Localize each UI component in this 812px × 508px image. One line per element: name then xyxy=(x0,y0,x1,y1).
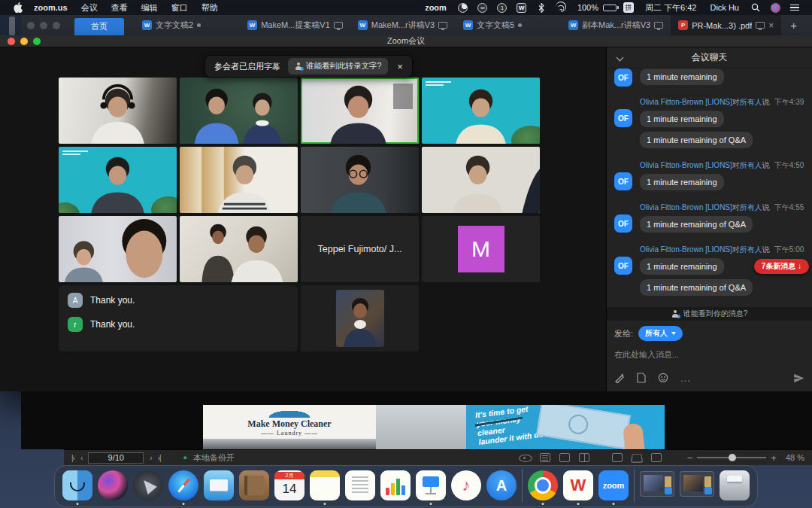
dock-wps-office[interactable]: W xyxy=(563,470,593,500)
chevron-down-icon[interactable] xyxy=(617,54,624,62)
zoom-slider-thumb[interactable] xyxy=(729,454,736,461)
menu-help[interactable]: 帮助 xyxy=(195,2,225,14)
next-page-button[interactable]: › xyxy=(150,454,151,462)
previous-page-button[interactable]: ‹ xyxy=(80,454,82,462)
participant-video[interactable] xyxy=(422,78,540,144)
new-tab-button[interactable]: + xyxy=(781,19,806,32)
siri-icon[interactable] xyxy=(769,2,781,13)
zoom-slider[interactable]: − + xyxy=(687,452,777,464)
participant-video[interactable] xyxy=(422,147,540,213)
zoom-percentage[interactable]: 48 % xyxy=(786,453,804,462)
participant-video-active-speaker[interactable] xyxy=(301,78,419,144)
dock-music[interactable]: ♪ xyxy=(451,470,481,500)
tab-doc-3[interactable]: W MakeM...r讲稿V3 xyxy=(350,15,456,35)
tab-doc-1[interactable]: W 文字文稿2 xyxy=(135,15,240,35)
close-banner-icon[interactable]: × xyxy=(397,61,403,72)
menu-meeting[interactable]: 会议 xyxy=(74,2,105,14)
tab-doc-4[interactable]: W 文字文稿5 xyxy=(456,15,561,35)
creative-cloud-icon[interactable]: ∞ xyxy=(477,2,489,13)
chat-message-list[interactable]: OF 1 minute remaining OF Olivia Fitton-B… xyxy=(607,68,812,307)
presentation-slide-peek[interactable]: Make Money Cleaner —— Laundry —— It's ti… xyxy=(203,405,665,449)
menu-view[interactable]: 查看 xyxy=(105,2,135,14)
participant-initial-tile[interactable]: M xyxy=(422,216,540,282)
battery-icon[interactable] xyxy=(603,5,619,11)
wps-zoom-button[interactable] xyxy=(53,22,60,29)
participant-photo-tile[interactable] xyxy=(301,285,419,351)
chat-message-input[interactable] xyxy=(614,342,804,367)
backup-status-label[interactable]: 本地备份开 xyxy=(193,452,235,464)
user-menu[interactable]: Dick Hu xyxy=(703,3,746,12)
participant-video[interactable] xyxy=(180,216,298,282)
dock-trash[interactable] xyxy=(720,470,750,500)
close-tab-icon[interactable]: × xyxy=(768,20,774,31)
participant-name-tile[interactable]: Teppei Fujimoto/ J... xyxy=(301,216,419,282)
format-text-icon[interactable] xyxy=(614,373,625,383)
dock-appstore[interactable]: A xyxy=(486,470,517,500)
send-to-selector[interactable]: 所有人 xyxy=(638,326,683,341)
wifi-icon[interactable] xyxy=(555,2,567,13)
participant-video[interactable] xyxy=(301,147,419,213)
attach-file-icon[interactable] xyxy=(637,373,646,383)
send-message-icon[interactable] xyxy=(793,373,804,384)
input-method-icon[interactable]: 拼 xyxy=(623,2,635,13)
page-indicator[interactable]: 9/10 xyxy=(88,452,144,464)
who-can-see-transcript-button[interactable]: 谁能看到此转录文字? xyxy=(288,58,388,75)
menubar-clock[interactable]: 周二 下午6:42 xyxy=(638,2,703,14)
crop-page-icon[interactable] xyxy=(631,454,643,463)
single-page-view-icon[interactable] xyxy=(540,453,550,462)
participant-video[interactable] xyxy=(59,216,177,282)
menu-edit[interactable]: 编辑 xyxy=(135,2,165,14)
dock-calendar[interactable]: 2月 14 xyxy=(274,470,304,500)
notification-center-icon[interactable] xyxy=(789,2,801,13)
more-options-button[interactable]: ... xyxy=(680,373,691,384)
dock-zoom[interactable]: zoom xyxy=(598,470,629,500)
message-privacy-bar[interactable]: 谁能看到你的消息? xyxy=(607,307,812,321)
participant-video[interactable] xyxy=(59,147,177,213)
spotlight-search-icon[interactable] xyxy=(750,2,762,13)
presenting-screen-icon xyxy=(334,22,343,29)
dock-notes[interactable] xyxy=(310,470,340,500)
tab-doc-2[interactable]: W MakeM...提案稿V1 xyxy=(240,15,350,35)
dock-textedit[interactable] xyxy=(345,470,375,500)
participant-video[interactable] xyxy=(180,78,298,144)
zoom-in-icon[interactable]: + xyxy=(771,452,777,464)
new-messages-badge[interactable]: 7条新消息 ↓ xyxy=(754,259,809,274)
sender-avatar: OF xyxy=(614,109,632,127)
wps-minimize-button[interactable] xyxy=(40,22,47,29)
last-page-button[interactable]: ›| xyxy=(158,454,161,462)
tab-pdf[interactable]: P PR-Mak...3) .pdf × xyxy=(671,15,781,35)
zoom-title-bar[interactable]: Zoom会议 xyxy=(0,35,812,47)
actual-size-icon[interactable] xyxy=(612,453,623,462)
participant-video[interactable] xyxy=(59,78,177,144)
dock-contacts[interactable] xyxy=(239,470,269,500)
apple-logo-icon[interactable] xyxy=(11,2,23,13)
menu-window[interactable]: 窗口 xyxy=(165,2,195,14)
first-page-button[interactable]: |‹ xyxy=(71,454,74,462)
dock-chrome[interactable] xyxy=(528,470,558,500)
dock-finder[interactable] xyxy=(62,470,92,500)
zoom-out-icon[interactable]: − xyxy=(687,452,693,464)
tab-home[interactable]: 首页 xyxy=(74,18,124,35)
active-app-name[interactable]: zoom.us xyxy=(27,3,74,12)
screen-recording-icon[interactable] xyxy=(457,2,469,13)
minimized-keynote-window[interactable] xyxy=(640,471,674,497)
dock-launchpad[interactable] xyxy=(133,470,163,500)
participant-video[interactable] xyxy=(180,147,298,213)
dock-siri[interactable] xyxy=(98,470,128,500)
tab-doc-5[interactable]: W 副本Mak...r讲稿V3 xyxy=(561,15,671,35)
minimized-keynote-window[interactable] xyxy=(680,471,714,497)
wps-menubar-icon[interactable]: W xyxy=(516,2,528,13)
facing-pages-icon[interactable] xyxy=(579,453,589,462)
read-mode-icon[interactable] xyxy=(519,453,531,462)
dock-mail[interactable] xyxy=(204,470,234,500)
bluetooth-icon[interactable] xyxy=(535,2,547,13)
dock-numbers[interactable] xyxy=(380,470,411,500)
zoom-status-item[interactable]: zoom xyxy=(418,3,453,12)
emoji-icon[interactable] xyxy=(658,373,668,383)
dock-keynote[interactable] xyxy=(416,470,446,500)
wps-close-button[interactable] xyxy=(27,22,35,29)
dock-safari[interactable] xyxy=(168,470,198,500)
onepassword-icon[interactable]: 1 xyxy=(496,2,508,13)
fit-page-icon[interactable] xyxy=(651,453,662,462)
page-view-icon[interactable] xyxy=(559,453,570,462)
